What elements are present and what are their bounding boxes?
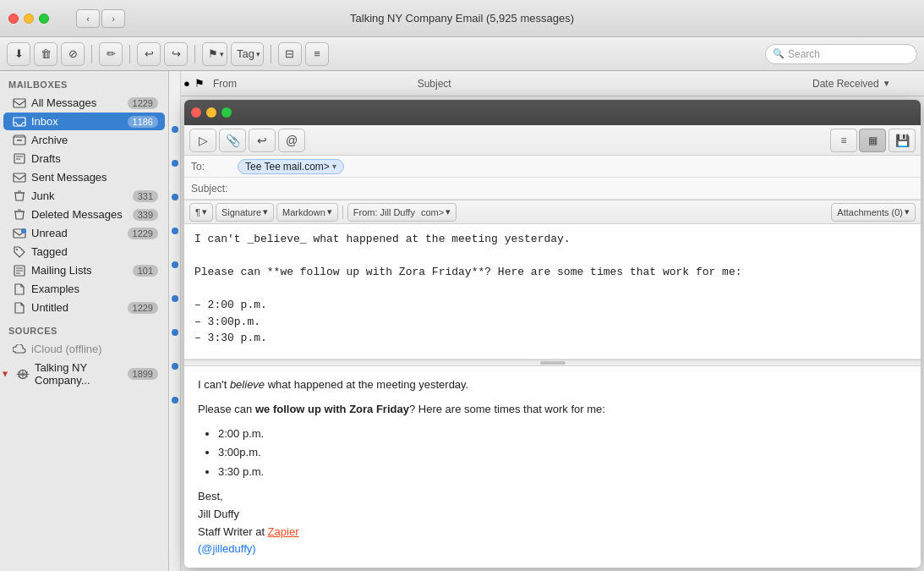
signature-button[interactable]: Signature ▾ bbox=[216, 203, 274, 222]
reply-button[interactable]: ↩ bbox=[249, 129, 276, 152]
rich-text-button[interactable]: ▦ bbox=[859, 129, 886, 152]
mailing-lists-label: Mailing Lists bbox=[31, 264, 133, 277]
sidebar-item-drafts[interactable]: Drafts bbox=[3, 150, 165, 167]
tag-arrow: ▾ bbox=[256, 50, 260, 58]
sidebar-item-archive[interactable]: Archive bbox=[3, 131, 165, 149]
forward-button[interactable]: › bbox=[101, 9, 125, 28]
message-list-header: ● ⚑ From Subject Date Received ▼ bbox=[181, 71, 924, 96]
tag-label: Tag bbox=[237, 47, 254, 60]
thread-icon: ≡ bbox=[314, 47, 320, 60]
dot-1 bbox=[172, 126, 178, 133]
body-line-7: – 3:30 p.m. bbox=[194, 330, 910, 347]
traffic-lights bbox=[8, 14, 49, 24]
sidebar-item-inbox[interactable]: Inbox 1186 bbox=[3, 113, 165, 130]
sidebar-item-icloud[interactable]: iCloud (offline) bbox=[3, 340, 165, 358]
preview-zapier-link: Zapier bbox=[268, 525, 299, 538]
dot-9 bbox=[172, 397, 178, 404]
mailing-lists-badge: 101 bbox=[133, 265, 158, 277]
redo-button[interactable]: ↪ bbox=[164, 42, 188, 66]
flag-button[interactable]: ⚑ ▾ bbox=[202, 42, 227, 66]
sidebar-item-junk[interactable]: Junk 331 bbox=[3, 187, 165, 205]
preview-times-list: 2:00 p.m. 3:00p.m. 3:30 p.m. bbox=[218, 426, 907, 481]
col-date-header[interactable]: Date Received ▼ bbox=[806, 78, 924, 90]
format-buttons: ≡ ▦ bbox=[830, 129, 886, 152]
junk-label: Junk bbox=[31, 189, 133, 202]
col-subject-header: Subject bbox=[411, 78, 806, 90]
deleted-icon bbox=[12, 209, 27, 221]
delete-button[interactable]: 🗑 bbox=[34, 42, 57, 66]
junk-icon: ⊘ bbox=[68, 47, 78, 60]
back-button[interactable]: ‹ bbox=[76, 9, 100, 28]
archive-button[interactable]: ⬇ bbox=[7, 42, 30, 66]
sidebar-item-examples[interactable]: Examples bbox=[3, 280, 165, 298]
sidebar-item-sent[interactable]: Sent Messages bbox=[3, 168, 165, 186]
preview-handle bbox=[540, 361, 566, 365]
compose-header-bar bbox=[184, 100, 921, 125]
markdown-toggle[interactable]: Markdown ▾ bbox=[276, 203, 338, 222]
icloud-icon bbox=[12, 343, 27, 355]
sidebar-item-tagged[interactable]: Tagged bbox=[3, 243, 165, 261]
minimize-button[interactable] bbox=[24, 14, 34, 24]
thread-view-button[interactable]: ≡ bbox=[305, 42, 329, 66]
sidebar-item-deleted[interactable]: Deleted Messages 339 bbox=[3, 206, 165, 223]
sidebar: MAILBOXES All Messages 1229 Inbox 1186 A… bbox=[0, 71, 169, 571]
sources-header: SOURCES bbox=[0, 317, 168, 339]
paragraph-button[interactable]: ¶ ▾ bbox=[189, 203, 213, 222]
save-draft-button[interactable]: 💾 bbox=[888, 129, 916, 152]
plain-text-button[interactable]: ≡ bbox=[830, 129, 857, 152]
compose-close-button[interactable] bbox=[191, 107, 201, 118]
untitled-icon bbox=[12, 302, 27, 314]
undo-icon: ↩ bbox=[145, 47, 154, 60]
archive-icon: ⬇ bbox=[14, 47, 24, 60]
sidebar-item-unread[interactable]: Unread 1229 bbox=[3, 224, 165, 242]
col-dot-header: ● bbox=[181, 77, 193, 90]
inbox-label: Inbox bbox=[31, 115, 128, 128]
body-line-1: I can't _believe_ what happened at the m… bbox=[194, 231, 910, 248]
sidebar-toggle-button[interactable]: ⊟ bbox=[278, 42, 302, 66]
at-icon: @ bbox=[286, 134, 298, 147]
preview-title: Staff Writer at Zapier bbox=[198, 525, 298, 538]
recipient-dropdown-arrow[interactable]: ▾ bbox=[332, 162, 336, 171]
from-email: com> bbox=[421, 207, 444, 217]
send-button[interactable]: ▷ bbox=[189, 129, 216, 152]
markdown-toolbar: ¶ ▾ Signature ▾ Markdown ▾ From: Jill Du… bbox=[184, 200, 921, 224]
search-box[interactable]: 🔍 Search bbox=[765, 44, 917, 64]
at-button[interactable]: @ bbox=[278, 129, 305, 152]
flag-header-icon: ⚑ bbox=[194, 77, 205, 90]
from-field[interactable]: From: Jill Duffy com> ▾ bbox=[347, 203, 457, 222]
talking-ny-icon bbox=[15, 368, 30, 380]
toolbar-separator-3 bbox=[194, 45, 195, 63]
maximize-button[interactable] bbox=[39, 14, 49, 24]
col-from-header[interactable]: From bbox=[206, 78, 411, 90]
deleted-label: Deleted Messages bbox=[31, 208, 133, 221]
close-button[interactable] bbox=[8, 14, 19, 24]
compose-button[interactable]: ✏ bbox=[99, 42, 123, 66]
nav-buttons: ‹ › bbox=[76, 9, 125, 28]
recipient-chip[interactable]: Tee Tee mail.com> ▾ bbox=[238, 159, 344, 174]
sidebar-item-all-messages[interactable]: All Messages 1229 bbox=[3, 94, 165, 112]
dot-column bbox=[169, 71, 181, 571]
compose-body[interactable]: I can't _believe_ what happened at the m… bbox=[184, 224, 921, 360]
subject-field-row: Subject: bbox=[184, 178, 921, 200]
subject-input[interactable] bbox=[238, 182, 914, 195]
attachment-button[interactable]: 📎 bbox=[219, 129, 246, 152]
undo-button[interactable]: ↩ bbox=[137, 42, 161, 66]
tag-button[interactable]: Tag ▾ bbox=[231, 42, 264, 66]
from-arrow: ▾ bbox=[446, 206, 451, 217]
compose-expand-button[interactable] bbox=[221, 107, 232, 118]
body-line-5: – 2:00 p.m. bbox=[194, 297, 910, 314]
compose-minimize-button[interactable] bbox=[206, 107, 216, 118]
preview-closing: Best, Jill Duffy Staff Writer at Zapier … bbox=[198, 488, 907, 558]
preview-divider[interactable] bbox=[184, 360, 921, 366]
sidebar-item-mailing-lists[interactable]: Mailing Lists 101 bbox=[3, 261, 165, 279]
attachments-button[interactable]: Attachments (0) ▾ bbox=[831, 203, 916, 222]
junk-button[interactable]: ⊘ bbox=[61, 42, 85, 66]
compose-fields: To: Tee Tee mail.com> ▾ Subject: bbox=[184, 156, 921, 200]
sidebar-item-untitled[interactable]: Untitled 1229 bbox=[3, 299, 165, 316]
sidebar-item-talking-ny[interactable]: Talking NY Company... 1899 bbox=[3, 359, 165, 389]
body-line-6: – 3:00p.m. bbox=[194, 314, 910, 331]
untitled-badge: 1229 bbox=[128, 302, 158, 314]
sent-icon bbox=[12, 172, 27, 184]
search-placeholder: Search bbox=[788, 48, 820, 60]
main-layout: MAILBOXES All Messages 1229 Inbox 1186 A… bbox=[0, 71, 924, 571]
